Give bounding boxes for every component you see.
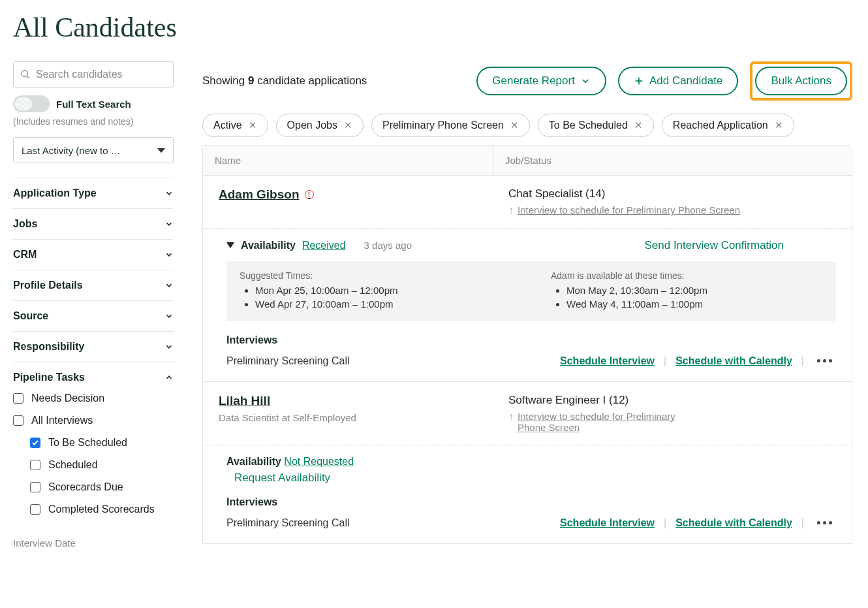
- chevron-down-icon: [164, 281, 174, 290]
- chevron-down-icon: [164, 219, 174, 229]
- column-name[interactable]: Name: [203, 146, 493, 175]
- more-actions-icon[interactable]: [813, 521, 836, 524]
- bulk-actions-highlight: Bulk Actions: [750, 61, 852, 101]
- availability-status-link[interactable]: Not Requested: [284, 456, 354, 467]
- chip-reached-application[interactable]: Reached Application✕: [662, 114, 794, 137]
- search-input[interactable]: [36, 69, 166, 80]
- filter-application-type[interactable]: Application Type: [13, 187, 174, 199]
- chevron-down-icon: [580, 76, 591, 86]
- sort-select-value: Last Activity (new to …: [22, 145, 121, 156]
- availability-times-box: Suggested Times: Mon Apr 25, 10:00am – 1…: [226, 261, 836, 321]
- candidates-table: Name Job/Status Adam Gibson ! Chat S: [202, 145, 852, 544]
- request-availability-link[interactable]: Request Availability: [234, 472, 836, 485]
- availability-timestamp: 3 days ago: [364, 240, 412, 251]
- generate-report-button[interactable]: Generate Report: [476, 67, 606, 95]
- full-text-search-toggle[interactable]: [13, 95, 50, 112]
- schedule-interview-link[interactable]: Schedule Interview: [560, 355, 655, 367]
- checkbox-checked-icon: [30, 438, 40, 448]
- checkbox-completed-scorecards[interactable]: Completed Scorecards: [30, 504, 174, 515]
- chevron-down-icon: [164, 250, 174, 259]
- checkbox-needs-decision[interactable]: Needs Decision: [13, 392, 174, 404]
- interview-name: Preliminary Screening Call: [226, 517, 551, 529]
- available-time: Mon May 2, 10:30am – 12:00pm: [566, 285, 823, 296]
- svg-point-0: [22, 71, 27, 76]
- close-icon[interactable]: ✕: [249, 120, 257, 131]
- candidate-job-title: Chat Specialist (14): [508, 187, 837, 200]
- filter-source[interactable]: Source: [13, 310, 174, 322]
- chip-active[interactable]: Active✕: [202, 114, 268, 137]
- interviews-header: Interviews: [226, 496, 836, 508]
- suggested-times-header: Suggested Times:: [240, 270, 512, 281]
- interview-to-schedule-link[interactable]: Interview to schedule for Preliminary Ph…: [518, 204, 740, 216]
- chevron-down-icon: [164, 342, 174, 351]
- plus-icon: [634, 76, 644, 86]
- availability-label: Availability: [241, 240, 296, 251]
- suggested-time: Wed Apr 27, 10:00am – 1:00pm: [255, 298, 512, 310]
- page-title: All Candidates: [13, 12, 852, 43]
- column-job-status[interactable]: Job/Status: [493, 146, 852, 175]
- chevron-up-icon: [164, 373, 174, 382]
- checkbox-scheduled[interactable]: Scheduled: [30, 459, 174, 471]
- checkbox-icon: [13, 393, 23, 404]
- send-interview-confirmation-link[interactable]: Send Interview Confirmation: [644, 239, 836, 252]
- search-icon: [20, 69, 31, 80]
- candidate-job-title: Software Engineer I (12): [508, 394, 837, 407]
- filter-responsibility[interactable]: Responsibility: [13, 341, 174, 353]
- interview-date-label: Interview Date: [13, 537, 174, 549]
- chip-preliminary-phone-screen[interactable]: Preliminary Phone Screen✕: [371, 114, 530, 137]
- arrow-up-icon: ↑: [508, 204, 514, 216]
- chip-open-jobs[interactable]: Open Jobs✕: [276, 114, 364, 137]
- schedule-with-calendly-link[interactable]: Schedule with Calendly: [675, 517, 792, 529]
- checkbox-scorecards-due[interactable]: Scorecards Due: [30, 481, 174, 493]
- candidate-name-link[interactable]: Adam Gibson !: [219, 187, 314, 202]
- available-time: Wed May 4, 11:00am – 1:00pm: [566, 298, 823, 310]
- suggested-time: Mon Apr 25, 10:00am – 12:00pm: [255, 285, 512, 296]
- interview-to-schedule-link[interactable]: Interview to schedule for Preliminary Ph…: [518, 411, 687, 433]
- search-candidates-wrap[interactable]: [13, 61, 174, 88]
- add-candidate-button[interactable]: Add Candidate: [618, 67, 738, 95]
- available-times-header: Adam is available at these times:: [551, 270, 823, 281]
- interviews-header: Interviews: [226, 334, 836, 346]
- caret-down-icon: [157, 148, 165, 153]
- bulk-actions-button[interactable]: Bulk Actions: [755, 67, 847, 95]
- close-icon[interactable]: ✕: [344, 120, 352, 131]
- table-header: Name Job/Status: [203, 146, 852, 176]
- candidate-row: Adam Gibson ! Chat Specialist (14) ↑ Int…: [203, 176, 852, 382]
- checkbox-to-be-scheduled[interactable]: To Be Scheduled: [30, 437, 174, 449]
- full-text-search-sub: (Includes resumes and notes): [13, 116, 174, 127]
- schedule-with-calendly-link[interactable]: Schedule with Calendly: [675, 355, 792, 367]
- filter-chips: Active✕ Open Jobs✕ Preliminary Phone Scr…: [202, 114, 852, 137]
- checkbox-icon: [13, 415, 23, 426]
- close-icon[interactable]: ✕: [634, 120, 643, 131]
- chip-to-be-scheduled[interactable]: To Be Scheduled✕: [538, 114, 654, 137]
- arrow-up-icon: ↑: [508, 411, 514, 423]
- candidate-row: Lilah Hill Data Scientist at Self-Employ…: [203, 382, 852, 543]
- checkbox-icon: [30, 482, 40, 492]
- full-text-search-label: Full Text Search: [56, 99, 131, 110]
- showing-count-text: Showing 9 candidate applications: [202, 74, 465, 88]
- availability-status-link[interactable]: Received: [302, 240, 346, 251]
- sidebar: Full Text Search (Includes resumes and n…: [13, 61, 174, 549]
- interview-name: Preliminary Screening Call: [226, 355, 551, 367]
- sort-select[interactable]: Last Activity (new to …: [13, 137, 174, 163]
- candidate-subtitle: Data Scientist at Self-Employed: [219, 412, 493, 423]
- filter-pipeline-tasks[interactable]: Pipeline Tasks: [13, 372, 174, 383]
- svg-line-1: [27, 76, 29, 78]
- more-actions-icon[interactable]: [813, 359, 836, 362]
- filter-jobs[interactable]: Jobs: [13, 218, 174, 230]
- warning-icon: !: [305, 190, 314, 199]
- checkbox-icon: [30, 504, 40, 515]
- checkbox-icon: [30, 460, 40, 470]
- schedule-interview-link[interactable]: Schedule Interview: [560, 517, 655, 529]
- close-icon[interactable]: ✕: [775, 120, 783, 131]
- filter-crm[interactable]: CRM: [13, 249, 174, 261]
- checkbox-all-interviews[interactable]: All Interviews: [13, 415, 174, 426]
- chevron-down-icon: [164, 312, 174, 321]
- availability-label: Availability: [226, 456, 281, 467]
- chevron-down-icon: [164, 189, 174, 198]
- filter-profile-details[interactable]: Profile Details: [13, 280, 174, 291]
- main-content: Showing 9 candidate applications Generat…: [202, 61, 852, 549]
- close-icon[interactable]: ✕: [510, 120, 519, 131]
- candidate-name-link[interactable]: Lilah Hill: [219, 394, 270, 408]
- caret-down-icon[interactable]: [226, 242, 234, 248]
